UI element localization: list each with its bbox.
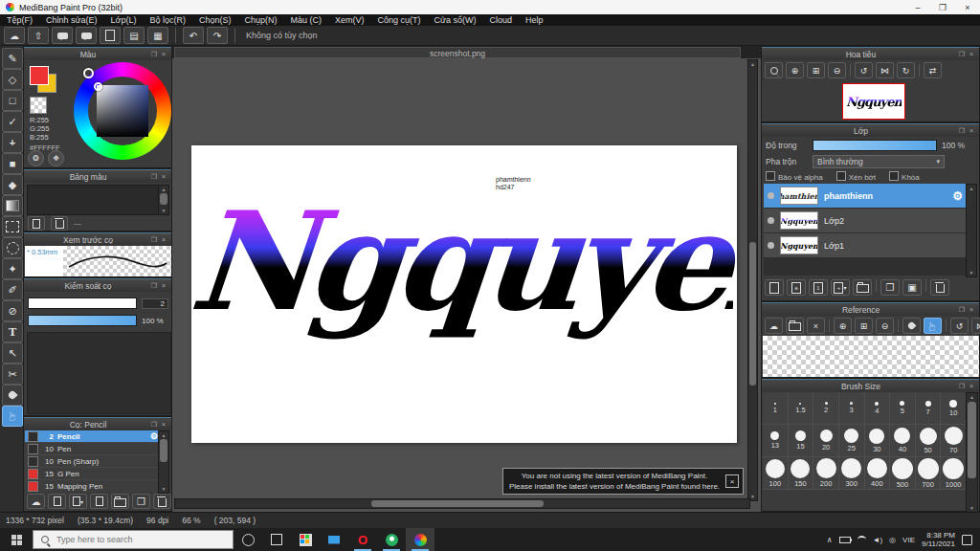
shape-brush-tool[interactable]: ■ [2, 153, 23, 174]
clear-reference-button[interactable]: × [807, 318, 825, 334]
brush-size-cell[interactable]: 50 [916, 425, 942, 457]
add-color-layer-button[interactable]: a [787, 279, 806, 296]
message-button[interactable] [76, 27, 97, 44]
reset-rotation-button[interactable]: ⋈ [876, 62, 894, 78]
palette-scrollbar[interactable]: ▲ ▼ [158, 185, 169, 215]
popout-icon[interactable]: ❐ [957, 127, 967, 135]
zoom-out-button[interactable]: ⊖ [876, 318, 894, 334]
close-icon[interactable]: × [159, 51, 168, 57]
menu-color[interactable]: Màu (C) [284, 15, 329, 25]
popout-icon[interactable]: ❐ [957, 306, 967, 314]
scroll-down-icon[interactable]: ▼ [159, 486, 168, 492]
mail-button[interactable] [320, 528, 348, 551]
scroll-up-icon[interactable]: ▲ [967, 394, 977, 400]
cortana-button[interactable] [234, 528, 262, 551]
scroll-up-icon[interactable]: ▲ [159, 187, 168, 192]
brush-size-cell[interactable]: 3 [839, 392, 865, 425]
move-tool[interactable]: + [2, 132, 23, 153]
hue-marker[interactable] [83, 68, 94, 78]
publish-button[interactable]: ⇧ [28, 27, 49, 44]
volume-icon[interactable]: ◄) [873, 536, 883, 544]
brush-row-pen-sharp[interactable]: 10 Pen (Sharp) [25, 455, 161, 468]
gear-icon[interactable]: ⚙ [952, 189, 963, 203]
foreground-color-swatch[interactable] [30, 66, 49, 85]
reference-hand-button[interactable]: ☞ [924, 318, 942, 334]
transparent-color-swatch[interactable] [30, 97, 47, 114]
curve-snap-tool[interactable]: ✓ [2, 111, 23, 132]
palette-mode-button[interactable]: ❂ [28, 150, 44, 166]
zoom-out-button[interactable]: ⊖ [828, 62, 846, 78]
minimize-button[interactable]: – [905, 0, 930, 14]
cloud-reference-button[interactable]: ☁ [765, 318, 783, 334]
open-reference-button[interactable] [786, 318, 804, 334]
drawing-canvas[interactable]: phamthienn hd247 Ngquyen [191, 145, 737, 443]
menu-window[interactable]: Cửa sổ(W) [428, 15, 483, 25]
edit-brush-button[interactable] [90, 494, 108, 509]
canvas-vscrollbar[interactable]: ▲ ▼ [747, 59, 758, 501]
spot-zoom-button[interactable] [765, 62, 783, 78]
close-button[interactable]: × [955, 0, 980, 14]
clock[interactable]: 8:38 PM 9/11/2021 [922, 531, 955, 548]
dot-tool[interactable]: □ [2, 90, 23, 111]
close-icon[interactable]: × [159, 236, 168, 243]
scroll-up-icon[interactable]: ▲ [967, 186, 976, 191]
select-pen-tool[interactable]: ✐ [2, 279, 23, 300]
scroll-down-icon[interactable]: ▼ [967, 270, 976, 276]
layer-scrollbar[interactable]: ▲ ▼ [966, 184, 977, 277]
layer-visibility-icon[interactable] [768, 217, 774, 224]
palette-transfer-button[interactable]: ❖ [48, 150, 64, 166]
cloud-sync-button[interactable]: ☁ [4, 27, 25, 44]
comment-button[interactable] [52, 27, 73, 44]
reference-content[interactable] [763, 336, 979, 377]
menu-edit[interactable]: Chỉnh sửa(E) [39, 15, 104, 25]
brush-folder-button[interactable] [111, 494, 129, 509]
brush-size-cell[interactable]: 25 [839, 425, 865, 457]
delete-brush-button[interactable] [153, 494, 171, 509]
scroll-up-icon[interactable]: ▲ [748, 61, 757, 67]
menu-snap[interactable]: Chụp(N) [238, 15, 284, 25]
select-tool[interactable] [2, 216, 23, 237]
bucket-tool[interactable]: ◆ [2, 174, 23, 195]
divide-tool[interactable]: ✂ [2, 364, 23, 385]
popout-icon[interactable]: ❐ [149, 236, 159, 244]
add-brush-menu-button[interactable]: ▾ [69, 494, 87, 509]
tray-app-icon[interactable]: ◎ [889, 536, 896, 544]
close-icon[interactable]: × [967, 127, 976, 134]
eraser-tool[interactable]: ◇ [2, 69, 23, 90]
store-button[interactable] [291, 528, 320, 551]
popout-icon[interactable]: ❐ [149, 421, 159, 429]
brush-size-cell[interactable]: 1.5 [789, 392, 814, 425]
reference-eyedropper-button[interactable] [902, 318, 921, 334]
brush-size-cell[interactable]: 40 [890, 425, 916, 457]
opera-button[interactable]: O [348, 528, 377, 551]
close-icon[interactable]: × [159, 173, 168, 180]
battery-icon[interactable] [839, 537, 851, 543]
medibang-button[interactable] [406, 528, 434, 551]
cloud-brush-button[interactable]: ☁ [27, 494, 45, 509]
scrollbar-thumb[interactable] [371, 500, 544, 507]
scroll-up-icon[interactable]: ▲ [159, 432, 168, 438]
brush-size-cell[interactable]: 10 [941, 392, 967, 425]
lasso-tool[interactable] [2, 237, 23, 258]
coccoc-button[interactable] [377, 528, 406, 551]
sv-marker[interactable] [94, 82, 102, 91]
fit-window-button[interactable]: ⊞ [807, 62, 825, 78]
text-tool[interactable]: T [2, 321, 23, 342]
layer-opacity-slider[interactable] [813, 140, 937, 151]
rotate-left-button[interactable]: ↺ [855, 62, 873, 78]
scrollbar-thumb[interactable] [160, 439, 167, 462]
scroll-down-icon[interactable]: ▼ [967, 505, 977, 511]
popout-icon[interactable]: ❐ [149, 173, 159, 181]
popout-icon[interactable]: ❐ [149, 282, 159, 290]
brush-size-cell[interactable]: 2 [813, 392, 839, 425]
wifi-icon[interactable] [858, 536, 866, 543]
brush-list-scrollbar[interactable]: ▲ ▼ [158, 430, 169, 494]
clipping-checkbox[interactable]: Xén bớt [836, 171, 876, 182]
brush-size-cell[interactable]: 500 [890, 457, 916, 490]
add-1bit-layer-button[interactable]: 1 [809, 279, 828, 296]
brush-size-valbox[interactable]: 2 [142, 298, 168, 309]
scroll-down-icon[interactable]: ▼ [159, 208, 168, 213]
menu-cloud[interactable]: Cloud [483, 15, 520, 25]
maximize-button[interactable]: ❐ [930, 0, 955, 14]
rotate-right-button[interactable]: ↻ [897, 62, 915, 78]
